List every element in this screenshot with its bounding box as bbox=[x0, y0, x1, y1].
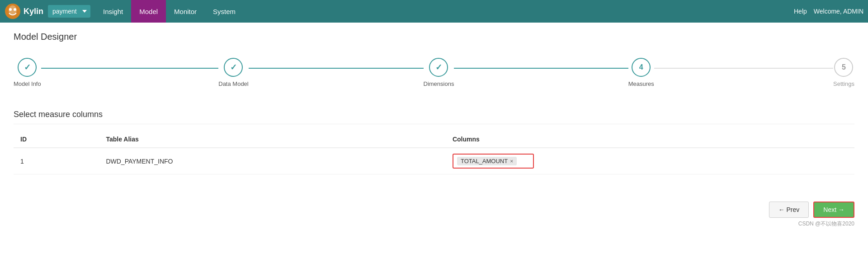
step-settings: 5 Settings bbox=[833, 58, 854, 87]
step-line-3 bbox=[454, 68, 628, 69]
step-container-2: ✓ Data Model bbox=[218, 58, 423, 87]
svg-point-3 bbox=[14, 8, 16, 11]
prev-button[interactable]: ← Prev bbox=[769, 202, 809, 218]
app-brand: Kylin bbox=[5, 3, 43, 19]
tag-label: TOTAL_AMOUNT bbox=[461, 158, 508, 164]
table-row: 1 DWD_PAYMENT_INFO TOTAL_AMOUNT × bbox=[14, 148, 854, 174]
kylin-logo bbox=[5, 3, 21, 19]
step-container-1: ✓ Model Info bbox=[14, 58, 218, 87]
bottom-actions: ← Prev Next → bbox=[14, 192, 854, 218]
navbar: Kylin payment Insight Model Monitor Syst… bbox=[0, 0, 868, 23]
step-data-model: ✓ Data Model bbox=[218, 58, 248, 87]
step-line-2 bbox=[249, 68, 424, 69]
step-circle-2: ✓ bbox=[224, 58, 243, 77]
checkmark-2: ✓ bbox=[230, 62, 237, 72]
step-number-5: 5 bbox=[842, 63, 846, 71]
app-name: Kylin bbox=[24, 7, 43, 16]
step-number-4: 4 bbox=[639, 63, 643, 71]
column-tag-total-amount: TOTAL_AMOUNT × bbox=[457, 157, 517, 165]
step-circle-3: ✓ bbox=[429, 58, 448, 77]
measure-table: ID Table Alias Columns 1 DWD_PAYMENT_INF… bbox=[14, 131, 854, 174]
tag-close-icon[interactable]: × bbox=[510, 158, 513, 164]
nav-right: Help Welcome, ADMIN bbox=[794, 8, 863, 15]
nav-links: Insight Model Monitor System bbox=[95, 0, 794, 23]
step-circle-1: ✓ bbox=[18, 58, 37, 77]
row-table-alias: DWD_PAYMENT_INFO bbox=[99, 148, 446, 174]
watermark: CSDN @不以物喜2020 bbox=[14, 220, 854, 228]
step-container-5: 5 Settings bbox=[833, 58, 854, 87]
step-label-5: Settings bbox=[833, 80, 854, 87]
nav-monitor[interactable]: Monitor bbox=[166, 0, 205, 23]
next-button[interactable]: Next → bbox=[813, 202, 854, 218]
nav-insight[interactable]: Insight bbox=[95, 0, 131, 23]
tag-input-area[interactable]: TOTAL_AMOUNT × bbox=[453, 154, 534, 169]
step-circle-4: 4 bbox=[632, 58, 651, 77]
step-dimensions: ✓ Dimensions bbox=[424, 58, 454, 87]
step-label-3: Dimensions bbox=[424, 80, 454, 87]
page-title: Model Designer bbox=[14, 32, 854, 42]
user-menu[interactable]: Welcome, ADMIN bbox=[814, 8, 863, 15]
step-model-info: ✓ Model Info bbox=[14, 58, 41, 87]
step-label-1: Model Info bbox=[14, 80, 41, 87]
col-header-alias: Table Alias bbox=[99, 131, 446, 148]
col-header-id: ID bbox=[14, 131, 99, 148]
step-line-1 bbox=[41, 68, 219, 69]
step-label-4: Measures bbox=[628, 80, 654, 87]
section-title: Select measure columns bbox=[14, 110, 854, 124]
col-header-columns: Columns bbox=[446, 131, 854, 148]
row-id: 1 bbox=[14, 148, 99, 174]
step-label-2: Data Model bbox=[218, 80, 248, 87]
step-container-4: 4 Measures bbox=[628, 58, 833, 87]
step-line-4 bbox=[654, 68, 833, 69]
row-columns: TOTAL_AMOUNT × bbox=[446, 148, 854, 174]
nav-model[interactable]: Model bbox=[131, 0, 166, 23]
checkmark-3: ✓ bbox=[435, 62, 442, 72]
nav-system[interactable]: System bbox=[205, 0, 244, 23]
step-measures: 4 Measures bbox=[628, 58, 654, 87]
help-menu[interactable]: Help bbox=[794, 8, 807, 15]
step-container-3: ✓ Dimensions bbox=[424, 58, 628, 87]
measures-section: Select measure columns ID Table Alias Co… bbox=[14, 110, 854, 174]
step-circle-5: 5 bbox=[834, 58, 853, 77]
svg-point-2 bbox=[9, 8, 12, 11]
checkmark-1: ✓ bbox=[24, 62, 31, 72]
main-content: Model Designer ✓ Model Info ✓ Data Model bbox=[0, 23, 868, 277]
stepper: ✓ Model Info ✓ Data Model ✓ Dimension bbox=[14, 53, 854, 92]
project-dropdown[interactable]: payment bbox=[48, 5, 90, 18]
